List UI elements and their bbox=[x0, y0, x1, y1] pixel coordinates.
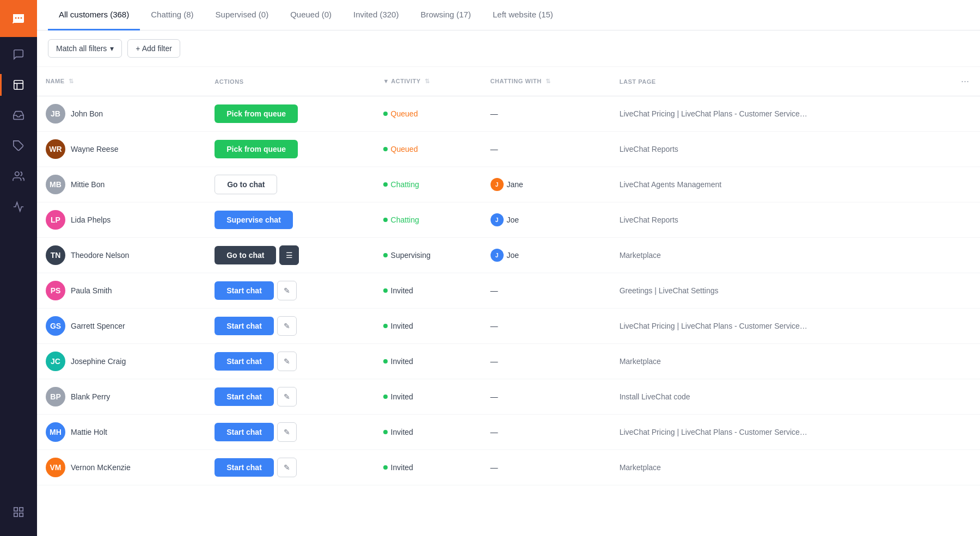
svg-rect-9 bbox=[14, 508, 17, 511]
edit-invite-button[interactable]: ✎ bbox=[277, 316, 297, 336]
customer-name: Blank Perry bbox=[71, 392, 110, 401]
tab-queued[interactable]: Queued (0) bbox=[279, 0, 342, 30]
customer-name: Mattie Holt bbox=[71, 428, 107, 436]
match-all-filters-button[interactable]: Match all filters ▾ bbox=[48, 39, 122, 58]
avatar: GS bbox=[46, 316, 65, 336]
start-chat-button[interactable]: Start chat bbox=[215, 352, 274, 371]
tab-invited[interactable]: Invited (320) bbox=[342, 0, 409, 30]
pick-from-queue-button[interactable]: Pick from queue bbox=[215, 140, 298, 158]
last-page-cell: LiveChat Agents Management bbox=[611, 167, 950, 202]
row-more-cell bbox=[950, 202, 980, 238]
edit-invite-button[interactable]: ✎ bbox=[277, 387, 297, 406]
chatting-with-cell: — bbox=[482, 132, 611, 167]
last-page-cell: Greetings | LiveChat Settings bbox=[611, 273, 950, 309]
col-header-activity: ▼ ACTIVITY ⇅ bbox=[375, 67, 482, 96]
tab-bar: All customers (368)Chatting (8)Supervise… bbox=[37, 0, 980, 30]
agent-avatar: J bbox=[491, 178, 504, 191]
agent-avatar: J bbox=[491, 249, 504, 262]
pick-from-queue-button[interactable]: Pick from queue bbox=[215, 104, 298, 123]
start-chat-button[interactable]: Start chat bbox=[215, 423, 274, 441]
activity-cell: Queued bbox=[375, 132, 482, 167]
row-more-cell bbox=[950, 309, 980, 344]
table-row: MHMattie HoltStart chat✎Invited—LiveChat… bbox=[37, 415, 980, 450]
tab-chatting[interactable]: Chatting (8) bbox=[140, 0, 204, 30]
status-dot bbox=[383, 182, 388, 187]
agent-name: Jane bbox=[507, 180, 523, 189]
row-more-cell bbox=[950, 450, 980, 485]
last-page-value: LiveChat Reports bbox=[620, 145, 678, 153]
secondary-action-button[interactable]: ☰ bbox=[279, 245, 299, 265]
row-more-cell bbox=[950, 238, 980, 273]
chatting-with-cell: — bbox=[482, 379, 611, 415]
col-header-actions: ACTIONS bbox=[206, 67, 374, 96]
start-chat-button[interactable]: Start chat bbox=[215, 317, 274, 335]
go-to-chat-button[interactable]: Go to chat bbox=[215, 175, 277, 194]
row-more-cell bbox=[950, 96, 980, 132]
sidebar-item-tickets[interactable] bbox=[0, 131, 37, 161]
customer-name: Garrett Spencer bbox=[71, 322, 125, 330]
avatar: WR bbox=[46, 139, 65, 159]
sidebar-item-customers[interactable] bbox=[0, 70, 37, 100]
sidebar-item-team[interactable] bbox=[0, 161, 37, 192]
add-filter-button[interactable]: + Add filter bbox=[127, 39, 180, 58]
activity-label: Invited bbox=[391, 392, 413, 401]
last-page-cell: LiveChat Pricing | LiveChat Plans - Cust… bbox=[611, 415, 950, 450]
activity-cell: Chatting bbox=[375, 202, 482, 238]
app-logo[interactable] bbox=[0, 0, 37, 37]
start-chat-button[interactable]: Start chat bbox=[215, 387, 274, 406]
name-cell: MBMittie Bon bbox=[37, 167, 206, 202]
table-row: LPLida PhelpsSupervise chatChattingJJoeL… bbox=[37, 202, 980, 238]
chatting-with-cell: JJoe bbox=[482, 202, 611, 238]
tab-browsing[interactable]: Browsing (17) bbox=[409, 0, 482, 30]
last-page-cell: LiveChat Pricing | LiveChat Plans - Cust… bbox=[611, 309, 950, 344]
agent-avatar: J bbox=[491, 213, 504, 226]
action-cell: Go to chat bbox=[206, 167, 374, 202]
row-more-cell bbox=[950, 132, 980, 167]
sidebar-item-chat[interactable] bbox=[0, 39, 37, 70]
name-cell: WRWayne Reese bbox=[37, 132, 206, 167]
last-page-value: Marketplace bbox=[620, 463, 661, 472]
activity-cell: Invited bbox=[375, 415, 482, 450]
start-chat-button[interactable]: Start chat bbox=[215, 458, 274, 477]
chatting-with-cell: — bbox=[482, 415, 611, 450]
row-more-cell bbox=[950, 379, 980, 415]
tab-supervised[interactable]: Supervised (0) bbox=[205, 0, 280, 30]
activity-label: Invited bbox=[391, 428, 413, 436]
edit-invite-button[interactable]: ✎ bbox=[277, 458, 297, 477]
last-page-value: Install LiveChat code bbox=[620, 392, 690, 401]
customer-name: Lida Phelps bbox=[71, 215, 111, 224]
sidebar-item-inbox[interactable] bbox=[0, 100, 37, 131]
name-cell: GSGarrett Spencer bbox=[37, 309, 206, 344]
activity-cell: Chatting bbox=[375, 167, 482, 202]
table-row: VMVernon McKenzieStart chat✎Invited—Mark… bbox=[37, 450, 980, 485]
tab-left-website[interactable]: Left website (15) bbox=[482, 0, 564, 30]
more-columns-button[interactable]: ··· bbox=[959, 73, 971, 89]
activity-label: Queued bbox=[391, 109, 418, 118]
status-dot bbox=[383, 288, 388, 293]
edit-invite-button[interactable]: ✎ bbox=[277, 281, 297, 300]
last-page-value: LiveChat Reports bbox=[620, 215, 678, 224]
supervise-chat-button[interactable]: Supervise chat bbox=[215, 211, 293, 229]
activity-label: Chatting bbox=[391, 215, 419, 224]
action-cell: Pick from queue bbox=[206, 132, 374, 167]
tab-all-customers[interactable]: All customers (368) bbox=[48, 0, 140, 30]
edit-invite-button[interactable]: ✎ bbox=[277, 352, 297, 371]
customer-name: Vernon McKenzie bbox=[71, 463, 131, 472]
go-to-chat-button[interactable]: Go to chat bbox=[215, 246, 276, 264]
avatar: VM bbox=[46, 458, 65, 477]
customer-name: John Bon bbox=[71, 109, 103, 118]
add-filter-label: + Add filter bbox=[136, 44, 172, 53]
sidebar-item-apps[interactable] bbox=[0, 497, 37, 527]
sidebar-item-reports[interactable] bbox=[0, 192, 37, 222]
action-cell: Start chat✎ bbox=[206, 415, 374, 450]
avatar: LP bbox=[46, 210, 65, 230]
customer-name: Paula Smith bbox=[71, 286, 112, 295]
activity-label: Invited bbox=[391, 286, 413, 295]
name-cell: BPBlank Perry bbox=[37, 379, 206, 415]
last-page-cell: Marketplace bbox=[611, 344, 950, 379]
last-page-value: Greetings | LiveChat Settings bbox=[620, 286, 719, 295]
svg-rect-4 bbox=[14, 81, 23, 90]
start-chat-button[interactable]: Start chat bbox=[215, 281, 274, 300]
svg-point-8 bbox=[15, 172, 19, 176]
edit-invite-button[interactable]: ✎ bbox=[277, 422, 297, 442]
